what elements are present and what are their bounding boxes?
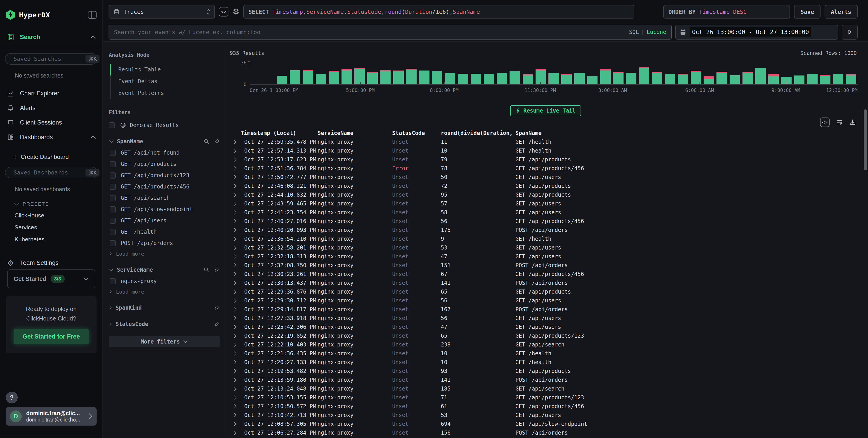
row-expander[interactable] [230,210,241,215]
row-expander[interactable] [230,334,241,338]
row-expander[interactable] [230,378,241,382]
chart-bar[interactable] [276,62,288,84]
chart-bar[interactable] [754,62,767,84]
row-expander[interactable] [230,157,241,162]
vertical-scrollbar[interactable] [864,109,867,170]
chart-bar[interactable] [638,62,651,84]
column-header[interactable]: StatusCode [392,130,441,136]
row-expander[interactable] [230,237,241,241]
sidebar-item-clickhouse[interactable]: ClickHouse [0,207,102,219]
checkbox[interactable] [109,122,115,128]
chart-bar[interactable] [353,62,366,84]
help-button[interactable]: ? [6,392,18,403]
get-started-toggle[interactable]: Get Started 3/3 [7,269,95,289]
table-row[interactable]: Oct 27 12:21:36.435 PMnginx-proxyUnset10… [230,349,868,358]
table-row[interactable]: Oct 27 12:20:27.133 PMnginx-proxyUnset10… [230,358,868,367]
column-config-icon[interactable]: <> [820,117,830,127]
pin-icon[interactable] [214,139,220,144]
filter-option[interactable]: GET /health [110,229,220,235]
saved-searches-input[interactable]: ⌘K [5,53,97,65]
checkbox[interactable] [110,240,116,246]
table-row[interactable]: Oct 27 12:41:23.754 PMnginx-proxyUnset58… [230,208,868,217]
table-row[interactable]: Oct 27 12:13:59.180 PMnginx-proxyUnset14… [230,375,868,384]
row-expander[interactable] [230,184,241,188]
chart-bar[interactable] [457,62,469,84]
row-expander[interactable] [230,316,241,321]
row-expander[interactable] [230,325,241,329]
date-range-picker[interactable]: Oct 26 13:00:00 - Oct 27 13:00:00 [675,25,838,39]
table-row[interactable]: Oct 27 12:25:42.306 PMnginx-proxyUnset47… [230,323,868,331]
table-row[interactable]: Oct 27 12:59:35.478 PMnginx-proxyUnset11… [230,137,868,146]
load-more-button[interactable]: Load more [109,289,220,295]
filter-option[interactable]: nginx-proxy [110,278,220,284]
chart-bar[interactable] [832,62,844,84]
chart-bar[interactable] [599,62,612,84]
checkbox[interactable] [110,206,116,212]
row-expander[interactable] [230,228,241,232]
chart-bar[interactable] [663,62,677,84]
filter-group-spankind[interactable]: SpanKind [109,305,220,311]
chart-bar[interactable] [703,62,715,84]
chart-bar[interactable] [405,62,418,84]
chart-bar[interactable] [560,62,573,84]
table-row[interactable]: Oct 27 12:57:14.313 PMnginx-proxyUnset10… [230,146,868,155]
chart-bar[interactable] [496,62,508,84]
chart-bar[interactable] [689,62,702,84]
chart-bar[interactable] [418,62,431,84]
row-expander[interactable] [230,272,241,276]
event-search-field[interactable] [114,29,629,35]
table-row[interactable]: Oct 27 12:19:53.482 PMnginx-proxyUnset93… [230,367,868,375]
table-row[interactable]: Oct 27 12:22:19.852 PMnginx-proxyUnset65… [230,331,868,340]
table-row[interactable]: Oct 27 12:10:53.155 PMnginx-proxyUnset71… [230,393,868,402]
code-view-icon[interactable]: <> [219,7,228,16]
table-row[interactable]: Oct 27 12:29:36.876 PMnginx-proxyUnset65… [230,287,868,296]
filter-option[interactable]: GET /api/slow-endpoint [110,206,220,212]
table-row[interactable]: Oct 27 12:40:27.016 PMnginx-proxyUnset56… [230,217,868,226]
table-row[interactable]: Oct 27 12:40:20.093 PMnginx-proxyUnset17… [230,226,868,234]
table-row[interactable]: Oct 27 12:30:23.261 PMnginx-proxyUnset67… [230,270,868,278]
language-toggle[interactable]: SQL|Lucene [629,29,666,35]
save-button[interactable]: Save [794,5,820,19]
row-expander[interactable] [230,166,241,171]
chart-bar[interactable] [379,62,392,84]
checkbox[interactable] [110,229,116,235]
chart-bar[interactable] [793,62,806,84]
sidebar-item-search[interactable]: Search [0,31,102,44]
create-dashboard-button[interactable]: + Create Dashboard [0,147,102,161]
chart-bar[interactable] [327,62,340,84]
chart-bar[interactable] [586,62,599,84]
chart-bar[interactable] [780,62,793,84]
sidebar-item-services[interactable]: Services [0,219,102,231]
checkbox[interactable] [110,172,116,178]
row-expander[interactable] [230,254,241,259]
settings-gear-icon[interactable]: ⚙ [232,7,239,16]
table-row[interactable]: Oct 27 12:27:33.918 PMnginx-proxyUnset56… [230,314,868,323]
chart-bar[interactable] [392,62,405,84]
table-row[interactable]: Oct 27 12:44:10.832 PMnginx-proxyUnset95… [230,190,868,199]
filter-option[interactable]: GET /api/products [110,161,220,167]
table-row[interactable]: Oct 27 12:51:36.784 PMnginx-proxyError78… [230,164,868,173]
sidebar-item-team-settings[interactable]: ⚙ Team Settings [0,257,102,269]
analysis-mode-option[interactable]: Event Deltas [110,75,220,87]
row-expander[interactable] [230,395,241,400]
row-expander[interactable] [230,351,241,356]
chart-bar[interactable] [767,62,780,84]
row-expander[interactable] [230,369,241,373]
chart-bar[interactable] [573,62,586,84]
sidebar-item-dashboards[interactable]: Dashboards [0,131,102,144]
chart-bar[interactable] [508,62,521,84]
search-icon[interactable] [204,267,210,273]
row-expander[interactable] [230,140,241,144]
table-row[interactable]: Oct 27 12:46:08.221 PMnginx-proxyUnset72… [230,181,868,190]
sidebar-item-alerts[interactable]: Alerts [0,102,102,114]
chart-bar[interactable] [483,62,495,84]
column-header[interactable]: round(divide(Duration, [441,130,516,136]
chart-bar[interactable] [651,62,663,84]
row-expander[interactable] [230,290,241,294]
chart-bar[interactable] [819,62,832,84]
chart-bar[interactable] [806,62,819,84]
column-header[interactable]: SpanName [516,130,868,136]
checkbox[interactable] [110,217,116,224]
chart-bar[interactable] [431,62,444,84]
checkbox[interactable] [110,278,116,284]
